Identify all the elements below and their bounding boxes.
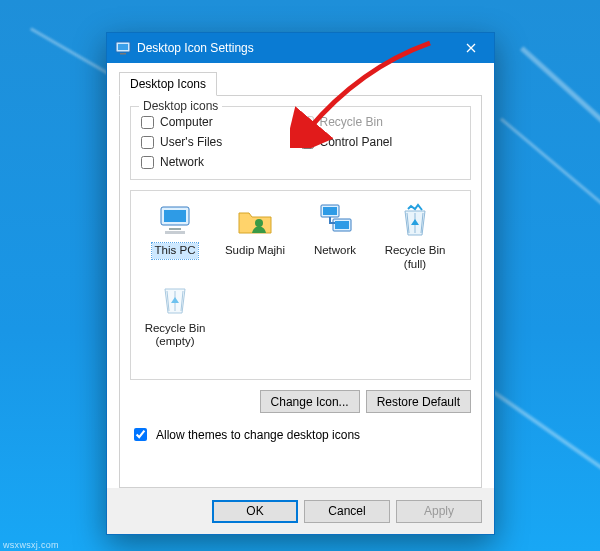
check-recycle-bin[interactable]: Recycle Bin [301, 115, 461, 129]
svg-point-7 [255, 219, 263, 227]
restore-default-button[interactable]: Restore Default [366, 390, 471, 413]
svg-rect-5 [169, 228, 181, 230]
icon-preview-inner: This PC Sudip Majhi Netw [135, 201, 466, 356]
icon-users-files[interactable]: Sudip Majhi [215, 201, 295, 273]
group-desktop-icons: Desktop icons Computer Recycle Bin Us [130, 106, 471, 180]
icon-recycle-bin-empty[interactable]: Recycle Bin (empty) [135, 279, 215, 351]
check-control-panel-label: Control Panel [320, 135, 393, 149]
check-users-files-box[interactable] [141, 136, 154, 149]
check-recycle-bin-box[interactable] [301, 116, 314, 129]
desktop-icons-checkgrid: Computer Recycle Bin User's Files C [141, 115, 460, 169]
icon-buttons-row: Change Icon... Restore Default [130, 390, 471, 413]
app-icon [115, 40, 131, 56]
check-control-panel-box[interactable] [301, 136, 314, 149]
icon-users-files-label: Sudip Majhi [222, 243, 288, 259]
icon-network[interactable]: Network [295, 201, 375, 273]
check-users-files[interactable]: User's Files [141, 135, 301, 149]
check-allow-themes-box[interactable] [134, 428, 147, 441]
check-network-box[interactable] [141, 156, 154, 169]
icon-network-label: Network [311, 243, 359, 259]
svg-rect-6 [165, 231, 185, 234]
tab-desktop-icons[interactable]: Desktop Icons [119, 72, 217, 96]
check-recycle-bin-label: Recycle Bin [320, 115, 383, 129]
titlebar[interactable]: Desktop Icon Settings [107, 33, 494, 63]
check-control-panel[interactable]: Control Panel [301, 135, 461, 149]
user-folder-icon [235, 201, 275, 241]
tabstrip: Desktop Icons [119, 71, 482, 95]
check-network[interactable]: Network [141, 155, 301, 169]
svg-rect-11 [335, 221, 349, 229]
svg-rect-1 [118, 44, 128, 50]
dialog-footer: OK Cancel Apply [107, 488, 494, 534]
watermark: wsxwsxj.com [3, 540, 59, 550]
check-allow-themes-label: Allow themes to change desktop icons [156, 428, 360, 442]
icon-recycle-bin-full[interactable]: Recycle Bin (full) [375, 201, 455, 273]
decor-ray [500, 118, 600, 326]
apply-button[interactable]: Apply [396, 500, 482, 523]
icon-this-pc[interactable]: This PC [135, 201, 215, 273]
tabpanel-desktop-icons: Desktop icons Computer Recycle Bin Us [119, 95, 482, 488]
this-pc-icon [155, 201, 195, 241]
check-allow-themes[interactable]: Allow themes to change desktop icons [130, 425, 471, 444]
svg-rect-9 [323, 207, 337, 215]
icon-preview-list[interactable]: This PC Sudip Majhi Netw [130, 190, 471, 380]
window-title: Desktop Icon Settings [137, 41, 448, 55]
change-icon-button[interactable]: Change Icon... [260, 390, 360, 413]
check-computer-label: Computer [160, 115, 213, 129]
icon-this-pc-label: This PC [152, 243, 199, 259]
close-button[interactable] [448, 33, 494, 63]
dialog-client-area: Desktop Icons Desktop icons Computer Rec… [107, 63, 494, 488]
icon-recycle-bin-empty-label: Recycle Bin (empty) [142, 321, 209, 351]
check-network-label: Network [160, 155, 204, 169]
desktop-background: Desktop Icon Settings Desktop Icons Desk… [0, 0, 600, 551]
check-users-files-label: User's Files [160, 135, 222, 149]
check-computer[interactable]: Computer [141, 115, 301, 129]
svg-rect-2 [120, 53, 126, 55]
svg-rect-4 [164, 210, 186, 222]
recycle-bin-empty-icon [155, 279, 195, 319]
icon-recycle-bin-full-label: Recycle Bin (full) [382, 243, 449, 273]
decor-ray [520, 46, 600, 358]
group-legend: Desktop icons [139, 99, 222, 113]
cancel-button[interactable]: Cancel [304, 500, 390, 523]
check-computer-box[interactable] [141, 116, 154, 129]
recycle-bin-full-icon [395, 201, 435, 241]
close-icon [466, 43, 476, 53]
network-icon [315, 201, 355, 241]
ok-button[interactable]: OK [212, 500, 298, 523]
desktop-icon-settings-dialog: Desktop Icon Settings Desktop Icons Desk… [106, 32, 495, 535]
